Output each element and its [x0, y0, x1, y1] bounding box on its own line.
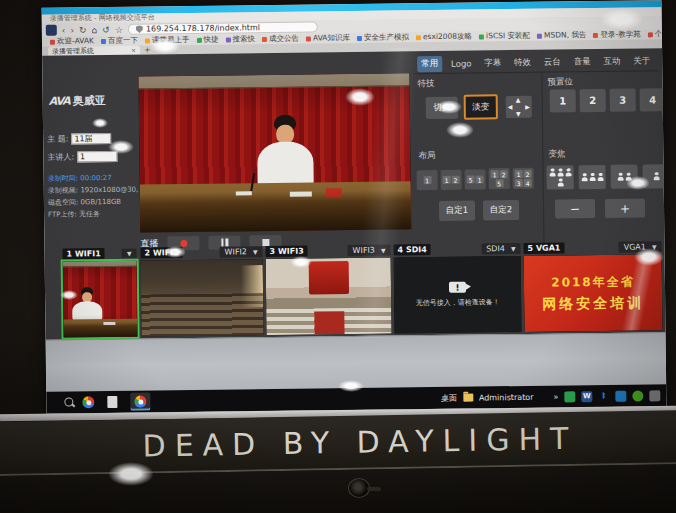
- tab-subtitle[interactable]: 字幕: [480, 55, 505, 71]
- desktop-toolbar-label[interactable]: 桌面: [441, 392, 457, 403]
- speaker-hair: [81, 287, 93, 296]
- bookmark-item[interactable]: 百度一下: [101, 36, 138, 46]
- tab-common[interactable]: 常用: [417, 56, 442, 72]
- chrome-icon[interactable]: [82, 396, 94, 408]
- tab-volume[interactable]: 音量: [570, 54, 595, 70]
- zoom-preset-button-3[interactable]: [611, 165, 638, 189]
- tab-effects[interactable]: 特效: [510, 55, 535, 71]
- layout-button-3[interactable]: 51: [465, 169, 486, 189]
- file-explorer-button[interactable]: [102, 393, 122, 411]
- channel-3-thumbnail[interactable]: [266, 258, 392, 336]
- bookmark-item[interactable]: AVA知识库: [306, 33, 350, 44]
- url-text[interactable]: 169.254.178.178/index.html: [146, 23, 260, 34]
- chevron-down-icon: ▼: [253, 248, 258, 255]
- pan-pad-button[interactable]: ▲ ▼ ◀ ▶: [506, 96, 532, 118]
- record-time-value: 00:00:27: [80, 174, 112, 182]
- bookmark-item[interactable]: 搜索快: [225, 34, 255, 44]
- desk-sign: [326, 188, 342, 197]
- layout-button-2[interactable]: 12: [441, 170, 462, 190]
- desk-papers: [236, 191, 252, 195]
- close-tab-icon[interactable]: ✕: [131, 47, 136, 54]
- program-preview[interactable]: [138, 73, 411, 232]
- document-icon: [107, 396, 117, 408]
- layout-button-5[interactable]: 1234: [513, 168, 534, 189]
- bookmark-item[interactable]: 课堂易上手: [145, 35, 190, 46]
- channel-2-header: 2 WIFI2 WIFI2▼: [140, 245, 262, 259]
- bluetooth-icon[interactable]: ᛒ: [598, 390, 609, 401]
- record-video-label: 录制视频:: [48, 186, 78, 194]
- bookmark-star-icon[interactable]: ☆: [115, 24, 123, 34]
- bookmark-favicon: [357, 35, 362, 40]
- channel-2-thumbnail[interactable]: [141, 259, 264, 336]
- browser-profile-avatar[interactable]: [46, 25, 57, 36]
- tray-overflow-chevron[interactable]: »: [553, 392, 558, 401]
- bookmark-item[interactable]: 成交公告: [262, 34, 299, 44]
- bookmark-item[interactable]: 个人所得税计: [648, 29, 662, 39]
- back-icon[interactable]: ‹: [62, 25, 66, 35]
- new-tab-button[interactable]: +: [144, 45, 151, 54]
- bookmark-item[interactable]: 快捷: [196, 35, 218, 45]
- layout-button-1[interactable]: 1: [417, 170, 438, 190]
- channel-1-source-dropdown[interactable]: ▼: [122, 249, 137, 258]
- zoom-in-button[interactable]: +: [605, 198, 645, 217]
- preset-button-1[interactable]: 1: [550, 89, 576, 112]
- layout-custom2-button[interactable]: 自定2: [483, 200, 519, 220]
- reload-icon[interactable]: ↻: [79, 25, 87, 35]
- bookmark-favicon: [593, 33, 598, 38]
- fx-fade-button[interactable]: 淡变: [464, 94, 498, 119]
- panel-tab-bar: 常用 Logo 字幕 特效 云台 音量 互动 关于: [413, 54, 658, 71]
- tab-interact[interactable]: 互动: [599, 54, 624, 70]
- tray-app-circle-icon[interactable]: [632, 390, 643, 401]
- bookmark-item[interactable]: esxi2008攻略: [416, 32, 472, 43]
- user-folder-label[interactable]: Administrator: [479, 392, 534, 402]
- ava-logo-cn: 奥威亚: [73, 93, 106, 108]
- speaker-face: [276, 125, 294, 144]
- folder-icon[interactable]: [463, 394, 473, 402]
- forward-icon[interactable]: ›: [70, 25, 74, 35]
- bookmark-item[interactable]: 登录-教学苑: [593, 29, 640, 40]
- speaker-input[interactable]: 1: [77, 151, 117, 162]
- disk-space-value: 0GB/118GB: [80, 198, 121, 206]
- zoom-preset-button-2[interactable]: [579, 165, 606, 189]
- preset-button-4[interactable]: 4: [640, 88, 666, 111]
- tray-device-icon[interactable]: [649, 390, 660, 401]
- scene-desk: [63, 319, 137, 338]
- layout-cell: 2: [452, 176, 460, 184]
- channel-4-source-dropdown[interactable]: SDI4▼: [481, 243, 520, 254]
- director-console: AVA 奥威亚 主 题: 11届 主讲人: 1 录制时间: 00:00:27 录…: [42, 48, 665, 340]
- preset-button-2[interactable]: 2: [580, 89, 606, 112]
- url-field[interactable]: 169.254.178.178/index.html: [128, 21, 318, 34]
- bookmark-item[interactable]: 安全生产模拟: [357, 32, 409, 43]
- channel-2-source-dropdown[interactable]: WIFI2▼: [220, 246, 263, 258]
- zoom-out-button[interactable]: −: [555, 199, 595, 218]
- tray-app-blue-icon[interactable]: [615, 390, 626, 401]
- bookmark-item[interactable]: iSCSI 安装配: [479, 31, 530, 42]
- active-browser-button[interactable]: [130, 393, 150, 411]
- channel-5-source-dropdown[interactable]: VGA1▼: [619, 241, 662, 253]
- channel-3-scene: [266, 258, 392, 336]
- tab-ptz[interactable]: 云台: [540, 54, 565, 70]
- zoom-preset-button-1[interactable]: [547, 165, 574, 189]
- home-icon[interactable]: ⌂: [92, 25, 98, 35]
- layout-button-4[interactable]: 125: [489, 168, 510, 189]
- tab-about[interactable]: 关于: [629, 53, 654, 69]
- subject-row: 主 题: 11届: [47, 133, 111, 145]
- search-icon[interactable]: [64, 397, 74, 407]
- channel-4: 4 SDI4 SDI4▼ ! 无信号接入，请检查设备！: [393, 242, 521, 336]
- fx-switch-button[interactable]: 切换: [426, 97, 458, 119]
- tray-app-green-icon[interactable]: [564, 391, 575, 402]
- preset-button-3[interactable]: 3: [610, 89, 636, 112]
- channel-1-scene: [63, 261, 138, 338]
- word-icon[interactable]: W: [581, 391, 592, 402]
- channel-1-thumbnail[interactable]: [63, 261, 138, 338]
- channel-3-source-dropdown[interactable]: WIFI3▼: [348, 245, 391, 257]
- subject-input[interactable]: 11届: [71, 133, 111, 144]
- tab-logo[interactable]: Logo: [447, 57, 476, 71]
- channel-5-thumbnail[interactable]: 2018年全省 网络安全培训: [524, 254, 663, 332]
- bookmark-item[interactable]: MSDN, 我告: [537, 30, 587, 41]
- person-icon: [597, 172, 604, 181]
- zoom-preset-button-4[interactable]: [643, 164, 667, 188]
- history-icon[interactable]: ↺: [102, 24, 110, 34]
- channel-4-thumbnail[interactable]: ! 无信号接入，请检查设备！: [394, 256, 522, 334]
- layout-custom1-button[interactable]: 自定1: [439, 201, 475, 221]
